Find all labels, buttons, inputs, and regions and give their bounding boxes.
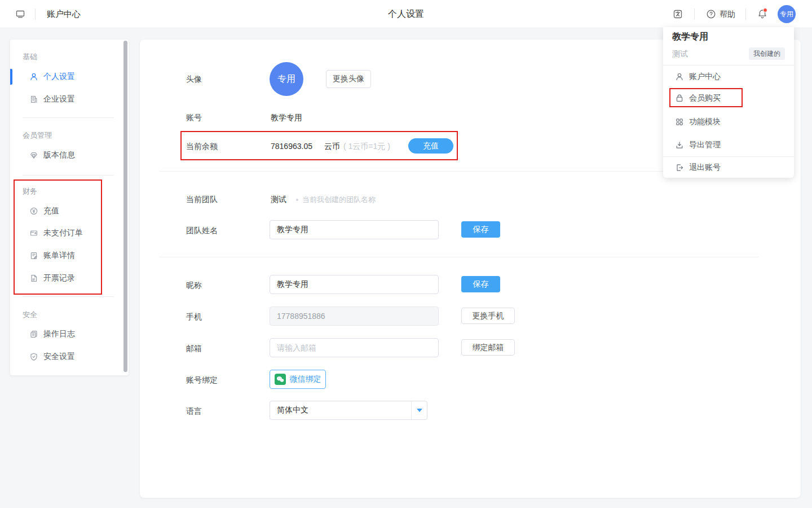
gem-icon [29, 151, 38, 160]
team-name-input[interactable] [270, 220, 439, 239]
recharge-button[interactable]: 充值 [408, 138, 453, 154]
sidebar-item-invoice-records[interactable]: 开票记录 [10, 271, 123, 285]
language-label: 语言 [186, 406, 202, 417]
menu-user-name: 教学专用 [672, 30, 708, 43]
team-hint: 当前我创建的团队名称 [296, 195, 376, 205]
header-divider [694, 8, 695, 20]
created-by-me-badge: 我创建的 [749, 47, 785, 60]
email-input[interactable] [270, 338, 439, 357]
avatar-label: 头像 [186, 75, 202, 85]
sidebar-section-finance: 财务 [23, 186, 37, 197]
log-icon [29, 330, 38, 339]
sidebar-item-recharge[interactable]: 充值 [10, 204, 123, 218]
sidebar-section-basic: 基础 [23, 51, 37, 63]
menu-item-account-center[interactable]: 账户中心 [663, 69, 794, 85]
save-nickname-button[interactable]: 保存 [461, 276, 500, 292]
sidebar: 基础 个人设置 企业设置 会员管理 版本信息 财务 充值 未支付订单 账单详情 [10, 40, 129, 375]
notification-dot [763, 8, 767, 12]
balance-label: 当前余额 [186, 142, 218, 152]
user-dropdown-menu: 教学专用 测试 我创建的 账户中心 会员购买 功能模块 导出管理 退出账号 [663, 27, 794, 178]
sidebar-item-operation-log[interactable]: 操作日志 [10, 327, 123, 341]
account-label: 账号 [186, 113, 202, 123]
sidebar-section-membership: 会员管理 [23, 130, 52, 141]
wechat-icon [275, 374, 286, 385]
language-select[interactable]: 简体中文 [270, 401, 427, 420]
profile-avatar[interactable]: 专用 [270, 62, 303, 96]
invoice-icon [29, 274, 38, 283]
balance-unit: 云币 [324, 142, 340, 152]
sidebar-item-enterprise-settings[interactable]: 企业设置 [10, 93, 123, 106]
phone-label: 手机 [186, 312, 202, 322]
balance-value: 7816963.05 [271, 142, 312, 151]
sidebar-item-unpaid-orders[interactable]: 未支付订单 [10, 226, 123, 240]
menu-divider [663, 156, 794, 157]
balance-note: ( 1云币=1元 ) [343, 142, 390, 152]
save-team-name-button[interactable]: 保存 [461, 221, 500, 238]
nickname-label: 昵称 [186, 281, 202, 291]
sidebar-scrollbar[interactable] [123, 41, 127, 372]
wallet-icon [29, 229, 38, 238]
nickname-input[interactable] [270, 275, 439, 294]
email-label: 邮箱 [186, 344, 202, 354]
building-icon [29, 95, 38, 104]
sidebar-section-security: 安全 [23, 309, 37, 321]
team-value: 测试 [271, 195, 286, 205]
person-icon [675, 72, 684, 81]
shield-icon [29, 352, 38, 361]
binding-label: 账号绑定 [186, 375, 218, 386]
menu-item-export-management[interactable]: 导出管理 [663, 137, 794, 153]
menu-divider [663, 65, 794, 65]
sidebar-item-version-info[interactable]: 版本信息 [10, 148, 123, 162]
phone-input [270, 306, 439, 326]
sidebar-item-bill-details[interactable]: 账单详情 [10, 249, 123, 262]
chevron-down-icon [417, 409, 422, 412]
page-title: 个人设置 [0, 0, 812, 28]
team-name-label: 团队姓名 [186, 226, 218, 236]
yen-circle-icon [29, 207, 38, 216]
sidebar-item-security-settings[interactable]: 安全设置 [10, 350, 123, 364]
language-value: 简体中文 [270, 405, 411, 415]
change-phone-button[interactable]: 更换手机 [461, 308, 515, 324]
bind-email-button[interactable]: 绑定邮箱 [461, 339, 515, 356]
top-header: 账户中心 个人设置 帮助 专用 [0, 0, 812, 28]
wechat-bind-button[interactable]: 微信绑定 [270, 370, 326, 389]
sidebar-divider [23, 296, 114, 297]
card-divider [160, 257, 758, 257]
sidebar-divider [23, 117, 114, 118]
change-avatar-button[interactable]: 更换头像 [326, 70, 371, 88]
bill-icon [29, 251, 38, 260]
page: 账户中心 个人设置 帮助 专用 基础 个人设置 企业设置 会员管理 [0, 0, 812, 508]
language-switch-icon[interactable] [673, 9, 683, 19]
menu-item-logout[interactable]: 退出账号 [663, 160, 794, 176]
logout-icon [675, 163, 684, 172]
account-value: 教学专用 [271, 113, 302, 123]
menu-item-function-modules[interactable]: 功能模块 [663, 114, 794, 130]
hint-dot [296, 199, 298, 201]
help-label[interactable]: 帮助 [720, 0, 735, 28]
export-icon [675, 141, 684, 150]
help-icon[interactable] [706, 9, 716, 19]
menu-item-membership-purchase[interactable]: 会员购买 [663, 90, 794, 106]
modules-icon [675, 117, 684, 126]
user-avatar[interactable]: 专用 [778, 5, 796, 23]
sidebar-divider [23, 175, 114, 176]
select-caret-box[interactable] [411, 401, 427, 419]
header-divider [745, 8, 746, 20]
menu-team-name: 测试 [672, 47, 688, 60]
sidebar-item-personal-settings[interactable]: 个人设置 [10, 70, 123, 84]
bag-icon [675, 94, 684, 103]
person-icon [29, 72, 38, 81]
team-label: 当前团队 [186, 195, 218, 205]
